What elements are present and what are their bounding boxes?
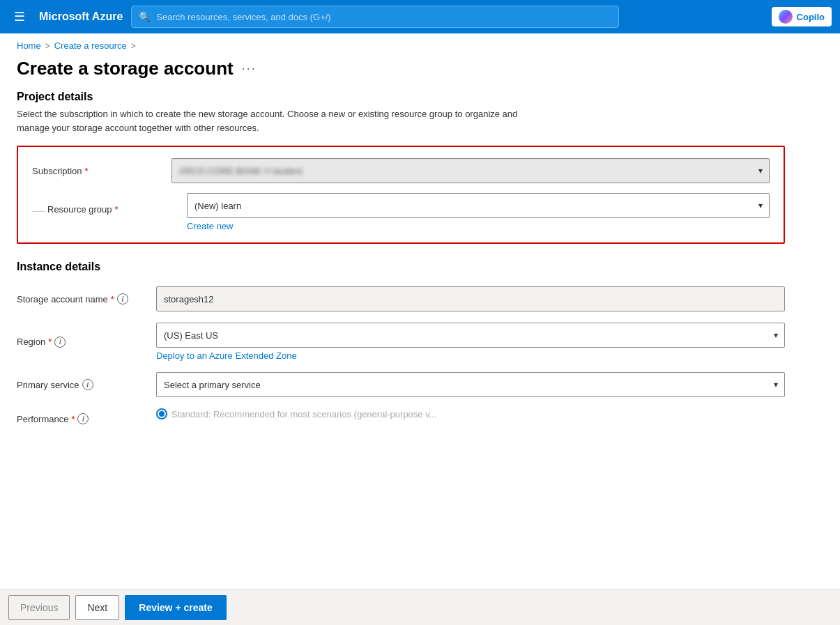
storage-name-label: Storage account name * i bbox=[17, 293, 156, 304]
storage-name-control bbox=[156, 286, 785, 311]
subscription-value: ARCS-CORE-BANK-Y-student bbox=[179, 166, 303, 176]
azure-extended-zone-link[interactable]: Deploy to an Azure Extended Zone bbox=[156, 350, 297, 361]
resource-group-label: Resource group * bbox=[47, 204, 187, 215]
region-label: Region * i bbox=[17, 337, 156, 348]
performance-info-icon[interactable]: i bbox=[77, 413, 89, 424]
resource-group-area: Resource group * (New) learn ▾ Create ne… bbox=[32, 193, 770, 231]
top-nav: ☰ Microsoft Azure 🔍 Copilo bbox=[0, 0, 840, 33]
region-control: (US) East US (US) East US 2 (US) West US… bbox=[156, 323, 785, 361]
project-details-title: Project details bbox=[17, 91, 785, 103]
resource-group-control: (New) learn ▾ Create new bbox=[187, 193, 770, 231]
nav-right: Copilo bbox=[772, 7, 832, 26]
page-header: Create a storage account ··· bbox=[0, 55, 840, 91]
performance-control: Standard: Recommended for most scenarios… bbox=[156, 408, 785, 429]
main-content: Project details Select the subscription … bbox=[0, 91, 802, 429]
subscription-label: Subscription * bbox=[32, 166, 171, 176]
page-menu-button[interactable]: ··· bbox=[242, 61, 257, 76]
page-title: Create a storage account bbox=[17, 58, 234, 79]
breadcrumb-sep1: > bbox=[45, 41, 50, 51]
copilot-button[interactable]: Copilo bbox=[772, 7, 832, 26]
subscription-select-wrapper: ARCS-CORE-BANK-Y-student ▾ bbox=[171, 158, 770, 183]
region-select[interactable]: (US) East US (US) East US 2 (US) West US… bbox=[156, 323, 785, 348]
storage-name-required: * bbox=[111, 294, 114, 304]
primary-service-select-wrapper: Select a primary service Azure Blob Stor… bbox=[156, 372, 785, 397]
region-info-icon[interactable]: i bbox=[54, 337, 66, 348]
search-bar[interactable]: 🔍 bbox=[131, 6, 619, 28]
instance-details-section: Instance details Storage account name * … bbox=[17, 261, 785, 429]
hamburger-icon[interactable]: ☰ bbox=[8, 6, 31, 27]
breadcrumb-home[interactable]: Home bbox=[17, 40, 41, 51]
subscription-select[interactable]: ARCS-CORE-BANK-Y-student bbox=[171, 158, 770, 183]
primary-service-label: Primary service i bbox=[17, 379, 156, 390]
resource-group-select[interactable]: (New) learn bbox=[187, 193, 770, 218]
copilot-label: Copilo bbox=[797, 12, 825, 22]
search-icon: 🔍 bbox=[139, 11, 151, 22]
primary-service-row: Primary service i Select a primary servi… bbox=[17, 372, 785, 397]
project-details-section: Project details Select the subscription … bbox=[17, 91, 785, 244]
storage-name-row: Storage account name * i bbox=[17, 286, 785, 311]
search-input[interactable] bbox=[156, 12, 611, 22]
region-required: * bbox=[48, 337, 52, 347]
performance-label: Performance * i bbox=[17, 413, 156, 424]
instance-details-title: Instance details bbox=[17, 261, 785, 273]
performance-row: Performance * i Standard: Recommended fo… bbox=[17, 408, 785, 429]
region-row: Region * i (US) East US (US) East US 2 (… bbox=[17, 323, 785, 361]
subscription-required: * bbox=[85, 166, 89, 176]
breadcrumb-create-resource[interactable]: Create a resource bbox=[54, 40, 127, 51]
brand-name: Microsoft Azure bbox=[39, 10, 123, 23]
performance-required: * bbox=[71, 414, 75, 424]
create-new-link[interactable]: Create new bbox=[187, 221, 770, 231]
primary-service-info-icon[interactable]: i bbox=[82, 379, 93, 390]
primary-service-control: Select a primary service Azure Blob Stor… bbox=[156, 372, 785, 397]
resource-group-select-wrapper: (New) learn ▾ bbox=[187, 193, 770, 218]
copilot-icon bbox=[779, 10, 793, 24]
resource-group-required: * bbox=[115, 204, 119, 215]
breadcrumb: Home > Create a resource > bbox=[0, 33, 840, 55]
breadcrumb-sep2: > bbox=[131, 41, 136, 51]
project-details-desc: Select the subscription in which to crea… bbox=[17, 107, 519, 134]
primary-service-select[interactable]: Select a primary service Azure Blob Stor… bbox=[156, 372, 785, 397]
subscription-control: ARCS-CORE-BANK-Y-student ▾ bbox=[171, 158, 770, 183]
project-details-box: Subscription * ARCS-CORE-BANK-Y-student … bbox=[17, 146, 785, 244]
subscription-row: Subscription * ARCS-CORE-BANK-Y-student … bbox=[32, 158, 770, 183]
storage-name-input[interactable] bbox=[156, 286, 785, 311]
storage-name-info-icon[interactable]: i bbox=[117, 293, 128, 304]
performance-partial-text: Standard: Recommended for most scenarios… bbox=[171, 409, 437, 419]
resource-group-indent: Resource group * bbox=[32, 193, 187, 231]
region-select-wrapper: (US) East US (US) East US 2 (US) West US… bbox=[156, 323, 785, 348]
